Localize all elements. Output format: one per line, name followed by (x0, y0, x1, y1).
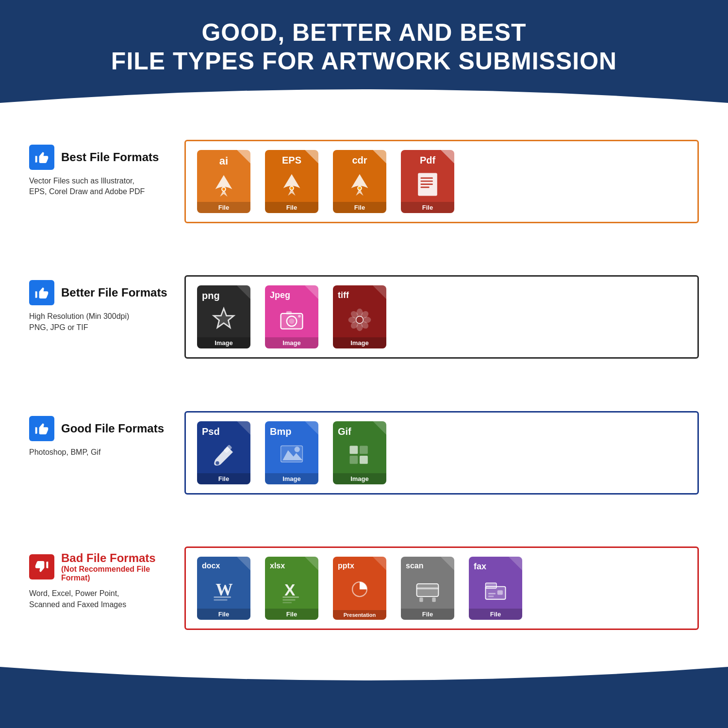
file-ai: ai File (195, 150, 253, 213)
brush-icon-psd (210, 442, 237, 469)
svg-rect-35 (214, 596, 231, 598)
label-psd: File (197, 473, 250, 484)
word-icon: W (210, 577, 237, 604)
row-better: Better File Formats High Resolution (Min… (29, 275, 699, 359)
pen-nib-icon-eps (278, 170, 306, 199)
svg-point-0 (222, 187, 226, 191)
page-title: GOOD, BETTER AND BEST FILE TYPES FOR ART… (111, 18, 617, 76)
svg-rect-36 (214, 599, 227, 601)
desc-good: Photoshop, BMP, Gif (29, 447, 175, 458)
scanner-icon (414, 577, 441, 604)
fax-icon (482, 578, 509, 605)
doc-icon-pdf (414, 169, 441, 200)
thumbdown-icon-bad (29, 554, 54, 579)
thumbdown-svg (34, 559, 50, 575)
file-cdr: cdr File (331, 150, 389, 213)
label-jpeg: Image (265, 337, 318, 348)
svg-rect-6 (421, 183, 433, 185)
file-eps: EPS File (263, 150, 321, 213)
file-fax: fax File (466, 557, 525, 620)
svg-rect-30 (349, 446, 358, 454)
star-icon-png (210, 307, 237, 334)
label-tiff: Image (333, 337, 386, 348)
ext-eps: EPS (277, 150, 306, 166)
label-pdf: File (401, 202, 454, 213)
file-xlsx: xlsx X File (263, 557, 321, 620)
title-bad: Bad File Formats (61, 551, 175, 565)
file-pdf: Pdf File (398, 150, 457, 213)
desc-best: Vector Files such as Illustrator,EPS, Co… (29, 176, 175, 198)
pen-nib-icon-cdr (346, 170, 374, 199)
label-eps: File (265, 202, 318, 213)
svg-rect-13 (286, 311, 292, 314)
label-png: Image (197, 337, 250, 348)
svg-point-14 (298, 314, 301, 317)
file-scan: scan File (398, 557, 457, 620)
svg-rect-38 (282, 596, 299, 598)
label-bad: Bad File Formats (Not Recommended File F… (29, 546, 184, 630)
svg-point-2 (358, 186, 362, 190)
thumbup-icon-good (29, 416, 54, 441)
files-best: ai File (184, 140, 699, 223)
svg-rect-49 (488, 593, 496, 594)
label-header-best: Best File Formats (29, 145, 175, 170)
svg-point-1 (290, 186, 294, 190)
label-docx: File (197, 609, 250, 620)
thumbup-svg-good (34, 421, 50, 436)
thumbup-icon-better (29, 280, 54, 305)
svg-rect-4 (421, 178, 433, 179)
grid-icon-gif (346, 442, 373, 469)
pen-nib-icon-ai (210, 171, 238, 199)
file-pptx: pptx Presentation (331, 557, 389, 620)
svg-rect-50 (488, 596, 494, 597)
svg-rect-5 (421, 181, 433, 182)
label-pptx: Presentation (333, 610, 386, 620)
svg-text:X: X (284, 581, 296, 599)
desc-bad: Word, Excel, Power Point,Scanned and Fax… (29, 588, 175, 610)
label-best: Best File Formats Vector Files such as I… (29, 140, 184, 223)
svg-rect-39 (282, 599, 295, 601)
files-good: Psd File (184, 411, 699, 495)
svg-rect-33 (360, 456, 368, 464)
bottom-banner (0, 694, 728, 728)
svg-rect-47 (485, 583, 496, 588)
svg-point-24 (356, 316, 364, 323)
label-xlsx: File (265, 609, 318, 620)
file-psd: Psd File (195, 421, 253, 484)
title-better: Better File Formats (61, 286, 167, 299)
ext-cdr: cdr (347, 150, 372, 166)
thumbup-icon-best (29, 145, 54, 170)
ext-ai: ai (215, 150, 233, 167)
files-bad: docx W File (184, 546, 699, 630)
title-best: Best File Formats (61, 150, 159, 164)
file-png: png Image (195, 285, 253, 348)
ext-pdf: Pdf (415, 150, 440, 166)
svg-rect-43 (417, 588, 439, 590)
content-rows: Best File Formats Vector Files such as I… (0, 103, 728, 667)
label-header-good: Good File Formats (29, 416, 175, 441)
svg-rect-48 (497, 590, 503, 595)
label-header-bad: Bad File Formats (Not Recommended File F… (29, 551, 175, 582)
label-cdr: File (333, 202, 386, 213)
svg-rect-31 (360, 446, 368, 454)
title-good: Good File Formats (61, 422, 164, 435)
file-bmp: Bmp Image (263, 421, 321, 484)
desc-better: High Resolution (Min 300dpi)PNG, JPG or … (29, 311, 175, 333)
mountain-icon-bmp (278, 442, 305, 469)
top-banner: GOOD, BETTER AND BEST FILE TYPES FOR ART… (0, 0, 728, 76)
curve-bottom (0, 667, 728, 694)
svg-rect-42 (417, 584, 439, 596)
svg-point-12 (289, 318, 294, 324)
curve-top (0, 76, 728, 103)
excel-icon: X (278, 577, 305, 604)
flower-icon-tiff (346, 306, 373, 333)
svg-rect-44 (419, 597, 423, 602)
svg-rect-45 (432, 597, 435, 602)
label-scan: File (401, 609, 454, 620)
label-bmp: Image (265, 473, 318, 484)
file-tiff: tiff (331, 285, 389, 348)
label-better: Better File Formats High Resolution (Min… (29, 275, 184, 359)
label-header-better: Better File Formats (29, 280, 175, 305)
row-best: Best File Formats Vector Files such as I… (29, 140, 699, 223)
file-jpeg: Jpeg Image (263, 285, 321, 348)
